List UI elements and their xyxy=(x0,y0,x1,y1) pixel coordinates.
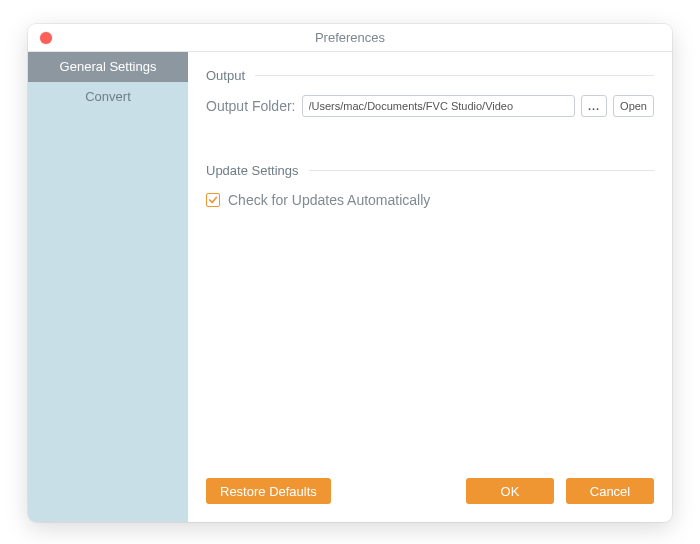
open-button[interactable]: Open xyxy=(613,95,654,117)
sidebar-item-label: Convert xyxy=(85,89,131,104)
ellipsis-icon: ... xyxy=(588,100,600,112)
preferences-window: Preferences General Settings Convert Out… xyxy=(28,24,672,522)
divider xyxy=(255,75,654,76)
window-title: Preferences xyxy=(28,30,672,45)
window-body: General Settings Convert Output Output F… xyxy=(28,52,672,522)
button-label: Restore Defaults xyxy=(220,484,317,499)
update-section-header: Update Settings xyxy=(206,163,654,178)
ok-button[interactable]: OK xyxy=(466,478,554,504)
sidebar-item-general-settings[interactable]: General Settings xyxy=(28,52,188,82)
output-folder-input[interactable] xyxy=(302,95,576,117)
restore-defaults-button[interactable]: Restore Defaults xyxy=(206,478,331,504)
output-folder-row: Output Folder: ... Open xyxy=(206,95,654,117)
auto-update-row: Check for Updates Automatically xyxy=(206,192,654,208)
button-label: OK xyxy=(501,484,520,499)
browse-button[interactable]: ... xyxy=(581,95,607,117)
divider xyxy=(309,170,654,171)
button-label: Cancel xyxy=(590,484,630,499)
sidebar-item-label: General Settings xyxy=(60,59,157,74)
open-button-label: Open xyxy=(620,100,647,112)
auto-update-checkbox[interactable] xyxy=(206,193,220,207)
cancel-button[interactable]: Cancel xyxy=(566,478,654,504)
footer: Restore Defaults OK Cancel xyxy=(206,468,654,508)
sidebar: General Settings Convert xyxy=(28,52,188,522)
output-section-header: Output xyxy=(206,68,654,83)
sidebar-item-convert[interactable]: Convert xyxy=(28,82,188,112)
titlebar: Preferences xyxy=(28,24,672,52)
check-icon xyxy=(208,195,218,205)
auto-update-label: Check for Updates Automatically xyxy=(228,192,430,208)
close-icon[interactable] xyxy=(40,32,52,44)
main-panel: Output Output Folder: ... Open Update Se… xyxy=(188,52,672,522)
section-title-output: Output xyxy=(206,68,245,83)
output-folder-label: Output Folder: xyxy=(206,98,296,114)
section-title-update: Update Settings xyxy=(206,163,299,178)
